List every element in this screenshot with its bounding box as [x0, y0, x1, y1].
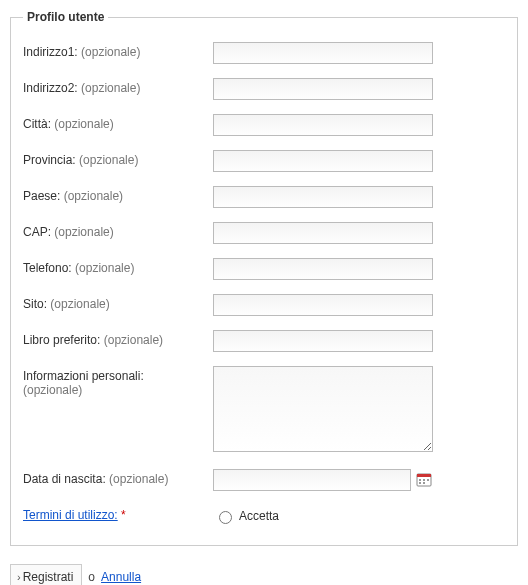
address2-input[interactable] [213, 78, 433, 100]
optional-hint: (opzionale) [75, 261, 134, 275]
label-text: Data di nascita: [23, 472, 106, 486]
label-site: Sito: (opzionale) [23, 294, 213, 311]
optional-hint: (opzionale) [23, 383, 82, 397]
field-row-province: Provincia: (opzionale) [23, 150, 505, 172]
site-input[interactable] [213, 294, 433, 316]
label-text: Indirizzo1: [23, 45, 78, 59]
user-profile-fieldset: Profilo utente Indirizzo1: (opzionale) I… [10, 10, 518, 546]
city-input[interactable] [213, 114, 433, 136]
optional-hint: (opzionale) [50, 297, 109, 311]
optional-hint: (opzionale) [104, 333, 163, 347]
label-personal: Informazioni personali: (opzionale) [23, 366, 213, 397]
personal-textarea[interactable] [213, 366, 433, 452]
label-text: Libro preferito: [23, 333, 100, 347]
label-text: CAP: [23, 225, 51, 239]
accept-label: Accetta [239, 509, 279, 523]
label-text: Provincia: [23, 153, 76, 167]
svg-rect-6 [423, 482, 425, 484]
register-button-label: Registrati [23, 570, 74, 584]
optional-hint: (opzionale) [64, 189, 123, 203]
zip-input[interactable] [213, 222, 433, 244]
label-text: Sito: [23, 297, 47, 311]
svg-rect-1 [417, 474, 431, 477]
accept-radio[interactable] [219, 511, 232, 524]
form-footer: › Registrati o Annulla [10, 564, 518, 585]
label-text: Telefono: [23, 261, 72, 275]
field-row-address2: Indirizzo2: (opzionale) [23, 78, 505, 100]
field-row-site: Sito: (opzionale) [23, 294, 505, 316]
favbook-input[interactable] [213, 330, 433, 352]
or-text: o [88, 570, 95, 584]
field-row-favbook: Libro preferito: (opzionale) [23, 330, 505, 352]
label-text: Paese: [23, 189, 60, 203]
svg-rect-5 [419, 482, 421, 484]
label-terms: Termini di utilizzo: * [23, 505, 213, 522]
label-zip: CAP: (opzionale) [23, 222, 213, 239]
field-row-terms: Termini di utilizzo: * Accetta [23, 505, 505, 527]
field-row-address1: Indirizzo1: (opzionale) [23, 42, 505, 64]
phone-input[interactable] [213, 258, 433, 280]
label-text: Informazioni personali: [23, 369, 144, 383]
label-address1: Indirizzo1: (opzionale) [23, 42, 213, 59]
country-input[interactable] [213, 186, 433, 208]
label-text: Indirizzo2: [23, 81, 78, 95]
optional-hint: (opzionale) [79, 153, 138, 167]
field-row-personal: Informazioni personali: (opzionale) [23, 366, 505, 455]
label-dob: Data di nascita: (opzionale) [23, 469, 213, 486]
svg-rect-4 [427, 479, 429, 481]
optional-hint: (opzionale) [54, 117, 113, 131]
label-text: Città: [23, 117, 51, 131]
dob-input[interactable] [213, 469, 411, 491]
optional-hint: (opzionale) [109, 472, 168, 486]
optional-hint: (opzionale) [81, 81, 140, 95]
optional-hint: (opzionale) [81, 45, 140, 59]
label-country: Paese: (opzionale) [23, 186, 213, 203]
label-phone: Telefono: (opzionale) [23, 258, 213, 275]
label-province: Provincia: (opzionale) [23, 150, 213, 167]
field-row-phone: Telefono: (opzionale) [23, 258, 505, 280]
address1-input[interactable] [213, 42, 433, 64]
field-row-dob: Data di nascita: (opzionale) [23, 469, 505, 491]
register-button[interactable]: › Registrati [10, 564, 82, 585]
chevron-right-icon: › [17, 571, 21, 583]
field-row-country: Paese: (opzionale) [23, 186, 505, 208]
svg-rect-3 [423, 479, 425, 481]
province-input[interactable] [213, 150, 433, 172]
label-city: Città: (opzionale) [23, 114, 213, 131]
terms-link[interactable]: Termini di utilizzo: [23, 508, 118, 522]
calendar-icon[interactable] [415, 471, 433, 489]
field-row-zip: CAP: (opzionale) [23, 222, 505, 244]
fieldset-legend: Profilo utente [23, 10, 108, 24]
label-favbook: Libro preferito: (opzionale) [23, 330, 213, 347]
required-mark: * [121, 508, 126, 522]
optional-hint: (opzionale) [54, 225, 113, 239]
field-row-city: Città: (opzionale) [23, 114, 505, 136]
cancel-link[interactable]: Annulla [101, 570, 141, 584]
label-address2: Indirizzo2: (opzionale) [23, 78, 213, 95]
svg-rect-2 [419, 479, 421, 481]
